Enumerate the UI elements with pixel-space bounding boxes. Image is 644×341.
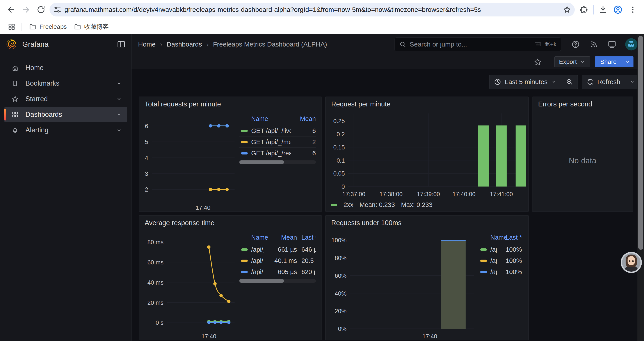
series-mean: 6 (291, 150, 316, 157)
svg-text:0.05: 0.05 (333, 170, 345, 177)
forward-button[interactable] (20, 4, 32, 16)
bookmark-folder-blogs[interactable]: 收藏博客 (70, 21, 112, 33)
series-name[interactable]: GET /api/_/readyz (251, 150, 291, 157)
share-menu-button[interactable] (622, 56, 634, 67)
zoom-out-button[interactable] (561, 75, 578, 89)
chevron-down-icon[interactable] (116, 127, 122, 133)
svg-text:40 ms: 40 ms (147, 279, 164, 286)
sidebar-item-label: Starred (26, 95, 48, 103)
mega-menu-toggle-button[interactable] (117, 40, 126, 49)
mega-menu: Home Bookmarks Starred Dashboards Alerti (0, 55, 132, 341)
keyboard-icon (534, 41, 542, 48)
breadcrumb-dashboards[interactable]: Dashboards (166, 41, 202, 48)
export-button[interactable]: Export (554, 56, 590, 67)
bar-chart[interactable]: 100%80%60%40%20%0%17:40 (326, 228, 477, 340)
legend-row: /api/_/livez 661 µs 646 µs (239, 244, 316, 255)
series-name[interactable]: /api/_/livez (490, 246, 497, 253)
timeseries-chart[interactable]: 80 ms60 ms40 ms20 ms0 s17:40 (139, 228, 238, 340)
legend-row: GET /api/_/metrics 2 (239, 136, 316, 147)
series-name[interactable]: GET /api/_/livez (251, 127, 291, 135)
breadcrumb-home[interactable]: Home (138, 41, 156, 48)
sidebar-item-bookmarks[interactable]: Bookmarks (4, 76, 127, 91)
address-bar[interactable]: grafana.mathmast.com/d/deytv4rwavabkb/fr… (50, 3, 575, 17)
series-color-pill (241, 271, 248, 273)
floating-assistant-avatar[interactable] (621, 252, 642, 273)
bookmark-page-button[interactable] (561, 4, 573, 16)
refresh-button[interactable]: Refresh (582, 75, 625, 89)
url-text[interactable]: grafana.mathmast.com/d/deytv4rwavabkb/fr… (64, 6, 561, 14)
browser-menu-button[interactable] (627, 4, 639, 16)
svg-text:0: 0 (342, 183, 345, 190)
sidebar-item-alerting[interactable]: Alerting (4, 123, 127, 138)
legend-col-last[interactable]: Last * (302, 234, 316, 241)
svg-text:20%: 20% (335, 308, 346, 314)
chevron-down-icon[interactable] (116, 112, 122, 118)
legend-scrollbar[interactable] (239, 279, 316, 283)
legend-scrollbar-thumb[interactable] (239, 279, 284, 283)
site-settings-button[interactable] (51, 4, 63, 16)
sidebar-item-starred[interactable]: Starred (4, 92, 127, 106)
search-input[interactable]: Search or jump to... ⌘+k (394, 38, 561, 51)
panel-title[interactable]: Errors per second (532, 97, 633, 110)
panel-title[interactable]: Average response time (139, 215, 322, 228)
series-name[interactable]: /api/_/metrics (251, 257, 264, 264)
sidebar-item-dashboards[interactable]: Dashboards (4, 107, 127, 122)
page-scrollbar[interactable] (638, 34, 644, 341)
svg-text:2: 2 (145, 186, 148, 193)
profile-button[interactable] (612, 4, 624, 16)
extensions-button[interactable] (578, 4, 590, 16)
chevron-down-icon[interactable] (116, 80, 122, 87)
legend-row: GET /api/_/readyz 6 (239, 147, 316, 159)
news-button[interactable] (590, 40, 598, 49)
kiosk-mode-button[interactable] (608, 40, 616, 49)
sidebar-item-label: Bookmarks (26, 80, 60, 87)
legend-col-name[interactable]: Name (478, 234, 497, 241)
help-button[interactable] (571, 40, 580, 49)
reload-button[interactable] (35, 4, 47, 16)
panel-title[interactable]: Request per minute (326, 97, 528, 110)
legend-col-mean[interactable]: Mean (264, 234, 297, 241)
refresh-interval-button[interactable] (625, 75, 640, 89)
series-name[interactable]: /api/_/livez (251, 246, 264, 253)
sidebar-item-home[interactable]: Home (4, 60, 127, 75)
legend-scrollbar-thumb[interactable] (239, 160, 284, 164)
bookmark-folder-freeleaps[interactable]: Freeleaps (26, 21, 70, 32)
sidebar-item-label: Dashboards (26, 111, 62, 119)
toolbar-divider (593, 5, 594, 15)
timeseries-chart[interactable]: 6543217:40 (139, 110, 238, 212)
series-name[interactable]: GET /api/_/metrics (251, 138, 291, 146)
share-button[interactable]: Share (595, 56, 622, 67)
actions-divider (548, 58, 548, 66)
page-scrollbar-thumb[interactable] (638, 36, 643, 250)
panel-total-requests: Total requests per minute 6543217:40 Nam… (139, 97, 322, 212)
breadcrumb-separator: › (206, 41, 209, 48)
series-mean: 6 (291, 127, 316, 135)
star-dashboard-button[interactable] (534, 58, 542, 66)
panel-title[interactable]: Requests under 100ms (326, 215, 528, 228)
tune-icon (53, 6, 62, 14)
series-name[interactable]: /api/_/readyz (490, 268, 497, 276)
legend-col-mean[interactable]: Mean (291, 115, 316, 122)
downloads-button[interactable] (597, 4, 609, 16)
bar-chart[interactable]: 0.250.20.150.10.05017:37:0017:38:0017:39… (326, 110, 528, 198)
refresh-icon (586, 78, 594, 86)
svg-text:17:40: 17:40 (422, 333, 437, 340)
time-range-group: Last 5 minutes (489, 75, 578, 89)
user-avatar[interactable] (625, 38, 638, 51)
panel-title[interactable]: Total requests per minute (139, 97, 322, 110)
legend-scrollbar[interactable] (239, 160, 316, 164)
legend-col-last[interactable]: Last * (497, 234, 522, 241)
time-range-picker[interactable]: Last 5 minutes (490, 75, 561, 89)
legend-col-name[interactable]: Name (239, 115, 291, 122)
legend-col-name[interactable]: Name (239, 234, 264, 241)
svg-text:0.15: 0.15 (333, 144, 345, 151)
apps-button[interactable] (6, 21, 18, 33)
series-name[interactable]: 2xx (344, 201, 353, 208)
back-button[interactable] (5, 4, 17, 16)
series-last: 20.5 ms (302, 257, 316, 264)
chevron-down-icon[interactable] (116, 96, 122, 102)
series-name[interactable]: /api/_/metrics (490, 257, 497, 264)
series-name[interactable]: /api/_/readyz (251, 268, 264, 276)
svg-text:100%: 100% (332, 237, 346, 244)
series-mean: Mean: 0.233 (360, 201, 395, 208)
